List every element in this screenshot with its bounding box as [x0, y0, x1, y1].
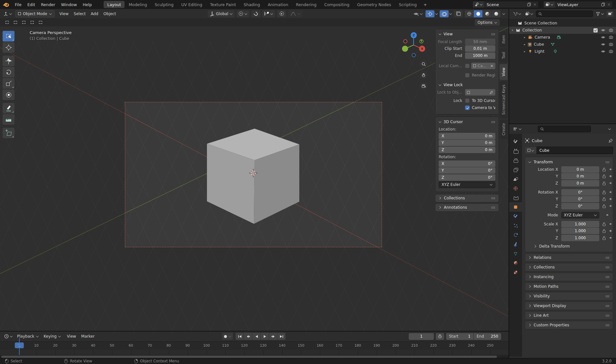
topbar-menu[interactable]: Help	[80, 1, 95, 8]
delta-transform-subpanel[interactable]: Delta Transform	[525, 241, 613, 249]
properties-tab-scene[interactable]	[509, 174, 522, 184]
lock-to-object-field[interactable]	[465, 89, 495, 96]
local-camera-field[interactable]: Ca... ×	[471, 63, 495, 69]
editor-type-button[interactable]	[2, 11, 13, 16]
drag-handle-icon[interactable]	[491, 121, 495, 123]
properties-tab-collection[interactable]	[509, 193, 522, 202]
current-frame-field[interactable]: 1	[409, 333, 434, 340]
select-mode-intersect[interactable]	[36, 19, 44, 25]
gizmo-z-axis[interactable]: Z	[411, 32, 417, 38]
overlays-toggle[interactable]	[440, 10, 449, 17]
camera-to-view-checkbox[interactable]	[465, 105, 470, 110]
drag-handle-icon[interactable]	[605, 324, 610, 326]
collapsed-panel[interactable]: Motion Paths	[525, 282, 613, 291]
play-button[interactable]	[261, 333, 269, 340]
workspace-tab[interactable]: Texture Paint	[206, 1, 239, 8]
drag-handle-icon[interactable]	[491, 206, 495, 209]
rotation-x-field[interactable]: 0°	[561, 189, 599, 196]
animate-dot[interactable]	[610, 191, 611, 193]
proportional-editing-toggle[interactable]	[277, 10, 286, 17]
snap-toggle[interactable]	[251, 10, 260, 17]
animate-dot[interactable]	[610, 237, 611, 239]
disable-in-renders-icon[interactable]	[609, 42, 613, 47]
outliner-row-cube[interactable]: ▸ ▼ Cube	[509, 41, 616, 48]
scale-z-field[interactable]: 1.000	[561, 235, 599, 241]
view-layer-name[interactable]: ViewLayer	[555, 2, 600, 7]
scene-selector[interactable]: Scene ×	[472, 1, 539, 8]
outliner-filter-dropdown[interactable]	[595, 12, 605, 16]
falloff-dropdown[interactable]	[288, 10, 303, 17]
select-mode-set[interactable]	[3, 19, 11, 25]
view-panel-header[interactable]: View	[435, 30, 499, 38]
tool-select-box[interactable]	[3, 31, 14, 41]
disclosure-closed-icon[interactable]: ▸	[524, 50, 528, 53]
lock-icon[interactable]	[602, 174, 606, 178]
local-camera-checkbox[interactable]	[465, 64, 470, 68]
lock-icon[interactable]	[602, 236, 606, 240]
rotation-y-field[interactable]: 0°	[561, 196, 599, 202]
collapsed-panel[interactable]: Relations	[525, 253, 613, 262]
next-keyframe-button[interactable]	[269, 333, 277, 340]
collapsed-panel[interactable]: Annotations	[435, 204, 499, 212]
frame-start-field[interactable]: Start1	[446, 333, 473, 340]
collapsed-panel[interactable]: Line Art	[525, 311, 613, 320]
topbar-menu[interactable]: Window	[58, 1, 80, 8]
collapsed-panel[interactable]: Visibility	[525, 292, 613, 300]
drag-handle-icon[interactable]	[605, 286, 610, 288]
timeline-menu[interactable]: Keying	[41, 333, 63, 339]
topbar-menu[interactable]: Edit	[24, 1, 38, 8]
scene-name[interactable]: Scene	[484, 2, 526, 7]
lock-icon[interactable]	[602, 181, 606, 186]
animate-dot[interactable]	[610, 168, 611, 170]
properties-tab-data[interactable]	[509, 249, 522, 258]
select-mode-subtract[interactable]	[20, 19, 28, 25]
topbar-menu[interactable]: Render	[38, 1, 58, 8]
hide-in-viewport-icon[interactable]	[601, 42, 606, 47]
move-view-button[interactable]	[419, 71, 428, 79]
properties-tab-texture[interactable]	[509, 268, 522, 277]
disable-in-renders-icon[interactable]	[609, 35, 613, 40]
tool-move[interactable]	[3, 56, 14, 66]
cursor-location-z-field[interactable]: Z0 m	[439, 147, 495, 153]
lock-icon[interactable]	[602, 204, 606, 208]
properties-tab-physics[interactable]	[509, 230, 522, 240]
3d-viewport[interactable]: Camera Perspective (1) Collection | Cube…	[0, 26, 509, 332]
blender-logo-icon[interactable]	[3, 2, 9, 7]
animate-dot[interactable]	[610, 175, 611, 177]
use-preview-range-button[interactable]	[436, 333, 444, 340]
tool-add-cube[interactable]	[3, 128, 14, 138]
view-layer-selector[interactable]: ViewLayer ×	[543, 1, 613, 8]
location-y-field[interactable]: 0 m	[561, 173, 599, 179]
viewport-menu[interactable]: Object	[101, 11, 118, 17]
lock-icon[interactable]	[602, 197, 606, 201]
zoom-view-button[interactable]	[419, 60, 428, 68]
workspace-tab[interactable]: Layout	[104, 1, 125, 8]
n-panel-tab[interactable]: Screencast Keys	[499, 81, 508, 118]
options-dropdown[interactable]: Options	[475, 19, 500, 26]
clear-icon[interactable]: ×	[490, 64, 493, 68]
xray-toggle[interactable]	[454, 10, 463, 17]
timeline-menu[interactable]: View	[64, 333, 79, 339]
timeline-menu[interactable]: Playback	[14, 333, 41, 339]
properties-tab-world[interactable]	[509, 184, 522, 193]
add-view-layer-icon[interactable]	[600, 2, 607, 7]
transform-orientation-dropdown[interactable]: Global	[208, 10, 235, 17]
disclosure-open-icon[interactable]: ▾	[512, 29, 516, 32]
properties-search-input[interactable]	[538, 126, 591, 132]
location-z-field[interactable]: 0 m	[561, 180, 599, 187]
clip-start-field[interactable]: 0.01 m	[465, 45, 495, 52]
gizmo-x-axis[interactable]: X	[419, 46, 425, 52]
scrollbar-handle[interactable]	[1, 356, 497, 358]
properties-tab-modifiers[interactable]	[509, 212, 522, 221]
outliner-row-scene-collection[interactable]: Scene Collection	[509, 20, 616, 27]
workspace-tab[interactable]: Shading	[240, 1, 264, 8]
select-mode-invert[interactable]	[28, 19, 36, 25]
play-reverse-button[interactable]	[252, 333, 260, 340]
animate-dot[interactable]	[610, 182, 611, 184]
cursor-rotation-y-field[interactable]: Y0°	[439, 167, 495, 174]
outliner-row-light[interactable]: ▸ Light	[509, 48, 616, 55]
jump-to-end-button[interactable]	[277, 333, 285, 340]
workspace-tab[interactable]: Animation	[264, 1, 292, 8]
properties-tab-tool[interactable]	[509, 137, 522, 146]
n-panel-tab[interactable]: View	[499, 64, 508, 80]
